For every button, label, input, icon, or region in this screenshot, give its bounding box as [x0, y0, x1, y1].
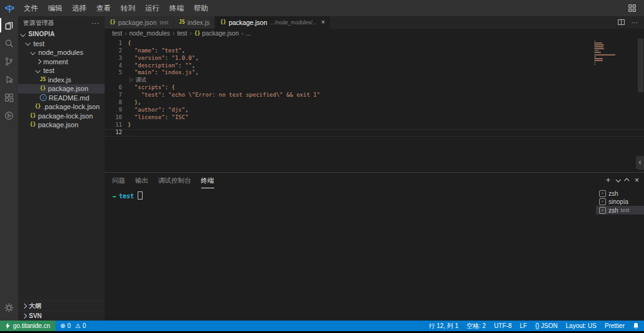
- tab-label: package.json: [229, 19, 267, 26]
- tree-item-label: README.md: [49, 94, 89, 103]
- remote-indicator[interactable]: go.titanide.cn: [0, 321, 55, 331]
- extensions-icon[interactable]: [0, 89, 18, 107]
- tree-item-index.js[interactable]: JSindex.js: [18, 75, 105, 85]
- terminal-list-item[interactable]: >zsh: [596, 189, 644, 198]
- sidebar-section-大纲[interactable]: 大纲: [18, 301, 105, 311]
- run-debug-icon[interactable]: [0, 70, 18, 89]
- line-content: {: [128, 40, 131, 47]
- split-editor-icon[interactable]: [617, 18, 625, 26]
- menu-item[interactable]: 编辑: [43, 4, 67, 13]
- tree-item-.package-lock.json[interactable]: {}.package-lock.json: [18, 102, 105, 112]
- panel-tab-输出[interactable]: 输出: [135, 173, 148, 188]
- explorer-title: 资源管理器: [23, 19, 54, 27]
- tree-item-package.json[interactable]: {}package.json: [18, 84, 105, 94]
- codelens-debug[interactable]: ▷ 调试: [105, 77, 644, 84]
- line-number: 3: [105, 55, 128, 62]
- tree-item-label: test: [34, 39, 45, 49]
- problems-status[interactable]: ⊗ 0 ⚠ 0: [55, 321, 91, 331]
- code-line-7: 7 "test": "echo \"Error: no test specifi…: [105, 92, 644, 99]
- panel-tab-调试控制台[interactable]: 调试控制台: [158, 173, 191, 188]
- code-line-5: 5 "main": "index.js",: [105, 69, 644, 77]
- menu-item[interactable]: 查看: [92, 4, 116, 13]
- menu-item[interactable]: 运行: [140, 4, 164, 13]
- more-actions-icon[interactable]: ···: [92, 20, 100, 27]
- terminal-label: zsh: [608, 190, 618, 197]
- tree-item-package-lock.json[interactable]: {}package-lock.json: [18, 112, 105, 121]
- line-number: 1: [105, 40, 128, 47]
- line-content: },: [128, 99, 141, 107]
- code-line-6: 6 "scripts": {: [105, 84, 644, 92]
- tree-item-package.json[interactable]: {}package.json: [18, 120, 105, 130]
- status-item[interactable]: LF: [519, 322, 527, 329]
- line-content: "main": "index.js",: [128, 69, 199, 77]
- search-icon[interactable]: [0, 34, 18, 52]
- terminal[interactable]: →test: [105, 188, 596, 321]
- status-item[interactable]: 空格: 2: [466, 322, 486, 331]
- maximize-panel-icon[interactable]: [624, 178, 629, 183]
- code-editor[interactable]: 1{2 "name": "test",3 "version": "1.0.0",…: [105, 39, 644, 137]
- tree-item-README.md[interactable]: iREADME.md: [18, 94, 105, 103]
- readme-info-icon: i: [40, 94, 47, 101]
- breadcrumb-item[interactable]: test: [177, 30, 187, 37]
- lightning-icon: [5, 322, 11, 329]
- menu-item[interactable]: 终端: [164, 4, 189, 13]
- editor-tab-package.json[interactable]: {}package.jsontest: [105, 16, 174, 29]
- menu-item[interactable]: 帮助: [189, 4, 213, 13]
- line-content: }: [128, 122, 131, 129]
- chevron-down-icon[interactable]: [615, 178, 620, 183]
- breadcrumb-item[interactable]: test: [112, 30, 122, 37]
- more-actions-icon[interactable]: ···: [632, 19, 638, 26]
- tree-item-test[interactable]: test: [18, 39, 105, 49]
- status-item[interactable]: Layout: US: [566, 322, 596, 329]
- status-item[interactable]: UTF-8: [494, 322, 511, 329]
- explorer-icon[interactable]: [0, 16, 18, 34]
- close-panel-icon[interactable]: ×: [635, 176, 639, 185]
- editor-scrollbar[interactable]: [637, 39, 644, 173]
- customize-layout-icon[interactable]: [620, 4, 644, 12]
- breadcrumb-label: ...: [246, 30, 251, 37]
- code-line-11: 11}: [105, 122, 644, 129]
- close-icon[interactable]: ×: [321, 19, 325, 26]
- panel-tab-终端[interactable]: 终端: [201, 173, 214, 188]
- menu-item[interactable]: 转到: [116, 4, 140, 13]
- gear-icon[interactable]: [0, 299, 18, 317]
- menu-item[interactable]: 选择: [67, 4, 92, 13]
- tree-item-moment[interactable]: moment: [18, 57, 105, 67]
- chevron-left-icon[interactable]: ‹: [636, 156, 644, 170]
- code-line-2: 2 "name": "test",: [105, 47, 644, 55]
- breadcrumb-item[interactable]: ...: [246, 30, 251, 37]
- source-control-icon[interactable]: [0, 52, 18, 70]
- code-line-9: 9 "author": "djs",: [105, 107, 644, 114]
- error-icon: ⊗: [60, 322, 65, 329]
- line-content: "version": "1.0.0",: [128, 55, 199, 62]
- prompt-arrow: →: [112, 193, 116, 200]
- editor-actions: ···: [611, 16, 644, 29]
- terminal-list-item[interactable]: >sinopia: [596, 198, 644, 206]
- run-circle-icon[interactable]: [0, 107, 18, 125]
- terminal-icon: >: [599, 207, 606, 214]
- status-item[interactable]: 行 12, 列 1: [429, 322, 458, 331]
- json-file-icon: {}: [30, 112, 38, 121]
- new-terminal-icon[interactable]: +: [606, 176, 610, 185]
- sidebar-section-SVN[interactable]: SVN: [18, 311, 105, 321]
- minimap[interactable]: [594, 41, 617, 65]
- bell-icon[interactable]: [633, 322, 639, 329]
- tree-item-SINOPIA[interactable]: SINOPIA: [18, 30, 105, 39]
- explorer-header: 资源管理器 ···: [18, 16, 105, 30]
- editor-tab-package.json[interactable]: {}package.json.../node_modules/...×: [215, 16, 330, 29]
- breadcrumb-item[interactable]: node_modules: [129, 30, 170, 37]
- status-item[interactable]: Prettier: [605, 322, 625, 329]
- app-logo-icon: <|>: [0, 4, 19, 12]
- status-item[interactable]: {} JSON: [535, 322, 557, 329]
- line-content: "scripts": {: [128, 84, 175, 92]
- js-file-icon: JS: [40, 75, 48, 85]
- tree-item-test[interactable]: test: [18, 66, 105, 75]
- terminal-list-item[interactable]: >zshtest: [596, 206, 644, 215]
- tree-item-node_modules[interactable]: node_modules: [18, 48, 105, 57]
- menu-item[interactable]: 文件: [19, 4, 43, 13]
- breadcrumb[interactable]: test›node_modules›test›{}package.json›..…: [105, 29, 644, 39]
- panel-tab-问题[interactable]: 问题: [112, 173, 125, 188]
- breadcrumb-item[interactable]: {}package.json: [194, 30, 239, 37]
- editor-tab-index.js[interactable]: JSindex.js: [174, 16, 215, 29]
- line-content: "author": "djs",: [128, 107, 189, 114]
